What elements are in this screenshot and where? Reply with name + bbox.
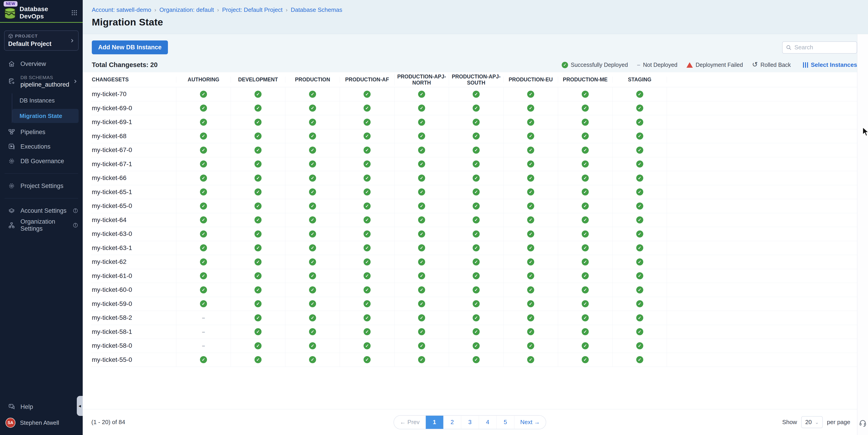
status-cell: ✓ <box>558 339 612 353</box>
not-deployed-dash-icon: – <box>202 342 205 349</box>
table-row[interactable]: my-ticket-65-1 ✓✓✓✓✓✓✓✓✓ <box>91 185 857 199</box>
success-check-icon: ✓ <box>473 216 480 223</box>
success-check-icon: ✓ <box>254 188 261 195</box>
success-check-icon: ✓ <box>562 62 568 68</box>
table-row[interactable]: my-ticket-60-0 ✓✓✓✓✓✓✓✓✓ <box>91 283 857 297</box>
status-cell: ✓ <box>558 213 612 227</box>
search-box[interactable] <box>782 41 857 54</box>
table-row[interactable]: my-ticket-58-1 –✓✓✓✓✓✓✓✓ <box>91 325 857 339</box>
success-check-icon: ✓ <box>473 132 480 139</box>
page-button-1[interactable]: 1 <box>426 416 443 429</box>
status-cell: ✓ <box>176 199 230 213</box>
table-row[interactable]: my-ticket-65-0 ✓✓✓✓✓✓✓✓✓ <box>91 199 857 213</box>
breadcrumb-database-schemas-link[interactable]: Database Schemas <box>290 6 342 13</box>
table-row[interactable]: my-ticket-68 ✓✓✓✓✓✓✓✓✓ <box>91 129 857 144</box>
status-cell: ✓ <box>449 227 503 241</box>
table-row[interactable]: my-ticket-67-0 ✓✓✓✓✓✓✓✓✓ <box>91 143 857 157</box>
total-changesets-label: Total Changesets: 20 <box>92 61 158 69</box>
status-cell: ✓ <box>558 129 612 143</box>
sidebar-item-account-settings[interactable]: Account Settings <box>0 204 83 218</box>
breadcrumb-organization-link[interactable]: Organization: default <box>159 6 214 13</box>
table-row[interactable]: my-ticket-63-0 ✓✓✓✓✓✓✓✓✓ <box>91 227 857 241</box>
success-check-icon: ✓ <box>364 342 371 349</box>
table-row[interactable]: my-ticket-69-1 ✓✓✓✓✓✓✓✓✓ <box>91 115 857 129</box>
status-cell: ✓ <box>558 171 612 185</box>
table-row[interactable]: my-ticket-70 ✓✓✓✓✓✓✓✓✓ <box>91 87 857 101</box>
success-check-icon: ✓ <box>636 188 643 195</box>
sidebar-item-help[interactable]: ? Help <box>0 400 83 414</box>
table-row[interactable]: my-ticket-69-0 ✓✓✓✓✓✓✓✓✓ <box>91 101 857 116</box>
success-check-icon: ✓ <box>254 175 261 182</box>
prev-page-button[interactable]: ← Prev <box>394 416 426 429</box>
status-cell: ✓ <box>176 129 230 143</box>
project-selector[interactable]: PROJECT Default Project <box>4 30 79 51</box>
page-button-5[interactable]: 5 <box>497 416 515 429</box>
status-cell: ✓ <box>340 353 394 367</box>
table-row[interactable]: my-ticket-67-1 ✓✓✓✓✓✓✓✓✓ <box>91 157 857 172</box>
sidebar-item-overview[interactable]: Overview <box>0 57 83 71</box>
page-button-3[interactable]: 3 <box>461 416 479 429</box>
select-instances-button[interactable]: Select Instances <box>803 61 857 68</box>
app-grid-icon[interactable] <box>71 9 78 16</box>
table-row[interactable]: my-ticket-58-0 –✓✓✓✓✓✓✓✓ <box>91 339 857 353</box>
cube-icon <box>8 34 13 39</box>
sidebar-item-migration-state[interactable]: Migration State <box>12 109 79 123</box>
column-header: STAGING <box>612 76 667 83</box>
status-cell: ✓ <box>285 325 340 339</box>
status-cell: ✓ <box>503 213 558 227</box>
info-icon <box>73 208 78 213</box>
sidebar-item-db-governance[interactable]: DB Governance <box>0 154 83 168</box>
status-cell: ✓ <box>449 297 503 311</box>
status-cell: ✓ <box>612 353 667 367</box>
success-check-icon: ✓ <box>636 328 643 335</box>
user-menu[interactable]: SA Stephen Atwell <box>0 414 83 429</box>
table-row[interactable]: my-ticket-62 ✓✓✓✓✓✓✓✓✓ <box>91 255 857 269</box>
status-cell: ✓ <box>503 255 558 269</box>
success-check-icon: ✓ <box>636 258 643 266</box>
status-cell: ✓ <box>449 129 503 143</box>
changeset-name: my-ticket-55-0 <box>91 356 176 364</box>
table-row[interactable]: my-ticket-59-0 ✓✓✓✓✓✓✓✓✓ <box>91 297 857 311</box>
status-cell: ✓ <box>340 199 394 213</box>
breadcrumb-project-link[interactable]: Project: Default Project <box>222 6 283 13</box>
success-check-icon: ✓ <box>200 160 207 167</box>
sidebar-item-pipelines[interactable]: Pipelines <box>0 125 83 139</box>
table-row[interactable]: my-ticket-61-0 ✓✓✓✓✓✓✓✓✓ <box>91 269 857 283</box>
status-cell: ✓ <box>503 339 558 353</box>
sidebar-item-db-instances[interactable]: DB Instances <box>12 93 79 107</box>
success-check-icon: ✓ <box>527 258 534 266</box>
migration-table: CHANGESETS AUTHORING DEVELOPMENT PRODUCT… <box>83 72 857 367</box>
success-check-icon: ✓ <box>473 230 480 238</box>
table-row[interactable]: my-ticket-66 ✓✓✓✓✓✓✓✓✓ <box>91 171 857 185</box>
status-cell: ✓ <box>558 199 612 213</box>
sidebar-item-executions[interactable]: Executions <box>0 139 83 154</box>
support-headset-icon[interactable] <box>859 419 867 428</box>
sidebar-item-organization-settings[interactable]: Organization Settings <box>0 218 83 232</box>
sidebar-item-db-schemas[interactable]: DB SCHEMAS pipeline_authored <box>0 71 83 92</box>
table-row[interactable]: my-ticket-55-0 ✓✓✓✓✓✓✓✓✓ <box>91 353 857 367</box>
status-cell: ✓ <box>285 227 340 241</box>
success-check-icon: ✓ <box>309 342 316 349</box>
status-cell: ✓ <box>503 87 558 101</box>
status-cell: ✓ <box>449 311 503 325</box>
table-row[interactable]: my-ticket-63-1 ✓✓✓✓✓✓✓✓✓ <box>91 241 857 255</box>
page-size-select[interactable]: 20 ⌄ <box>801 416 823 428</box>
breadcrumb-account-link[interactable]: Account: satwell-demo <box>92 6 151 13</box>
success-check-icon: ✓ <box>473 244 480 251</box>
success-check-icon: ✓ <box>527 272 534 279</box>
page-button-2[interactable]: 2 <box>443 416 461 429</box>
status-cell: ✓ <box>176 353 230 367</box>
table-row[interactable]: my-ticket-64 ✓✓✓✓✓✓✓✓✓ <box>91 213 857 227</box>
sidebar-item-project-settings[interactable]: Project Settings <box>0 179 83 193</box>
sidebar-collapse-handle[interactable]: ◀ <box>77 396 83 416</box>
add-db-instance-button[interactable]: Add New DB Instance <box>92 40 168 54</box>
table-body: my-ticket-70 ✓✓✓✓✓✓✓✓✓ my-ticket-69-0 ✓✓… <box>91 87 857 367</box>
status-cell: ✓ <box>394 87 449 101</box>
page-button-4[interactable]: 4 <box>479 416 497 429</box>
table-row[interactable]: my-ticket-58-2 –✓✓✓✓✓✓✓✓ <box>91 311 857 325</box>
status-cell: ✓ <box>230 171 285 185</box>
status-cell: ✓ <box>558 269 612 283</box>
next-page-button[interactable]: Next → <box>515 416 546 429</box>
success-check-icon: ✓ <box>418 300 425 307</box>
search-input[interactable] <box>795 44 854 51</box>
